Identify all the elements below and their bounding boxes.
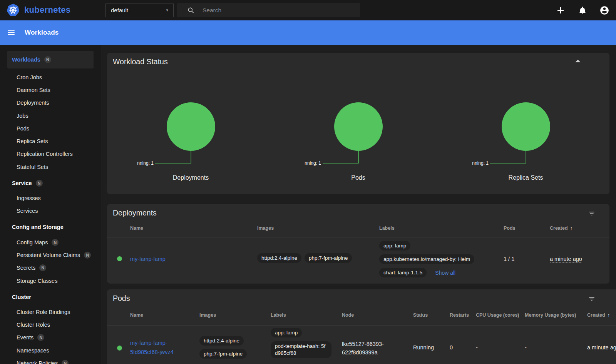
sidebar-item-services[interactable]: Services bbox=[0, 205, 101, 217]
account-button[interactable] bbox=[599, 5, 609, 15]
sidebar-item-replication-controllers[interactable]: Replication Controllers bbox=[0, 148, 101, 160]
running-annotation: Running: 1 bbox=[137, 160, 154, 166]
sidebar-item-network-policies[interactable]: Network Policies N bbox=[0, 357, 101, 364]
bell-icon bbox=[578, 6, 587, 15]
column-header-restarts: Restarts bbox=[447, 304, 473, 326]
status-ok-icon bbox=[117, 256, 122, 261]
notifications-button[interactable] bbox=[578, 5, 588, 15]
filter-button[interactable] bbox=[588, 210, 595, 219]
sidebar-item-secrets[interactable]: Secrets N bbox=[0, 262, 101, 274]
label-chip: app: lamp bbox=[379, 241, 410, 250]
sidebar-item-config-maps[interactable]: Config Maps N bbox=[0, 236, 101, 249]
sidebar-item-jobs[interactable]: Jobs bbox=[0, 109, 101, 122]
plus-icon bbox=[556, 6, 565, 15]
image-chip: httpd:2.4-alpine bbox=[199, 336, 244, 346]
sidebar-item-cluster-role-bindings[interactable]: Cluster Role Bindings bbox=[0, 306, 101, 318]
pod-name-link[interactable]: my-lamp-lamp-5fd985cf68-jwvz4 bbox=[130, 340, 174, 355]
search-input[interactable] bbox=[203, 7, 360, 14]
app-bar: Workloads bbox=[0, 20, 616, 45]
create-plus-button[interactable] bbox=[556, 5, 566, 15]
new-badge: N bbox=[39, 264, 46, 271]
pods-pie-chart: Running: 1 Pods bbox=[275, 102, 442, 181]
new-badge: N bbox=[36, 180, 43, 187]
kubernetes-logo-icon bbox=[6, 3, 20, 17]
status-ok-icon bbox=[117, 346, 122, 351]
running-annotation: Running: 1 bbox=[305, 160, 321, 166]
new-badge: N bbox=[37, 334, 44, 341]
new-badge: N bbox=[52, 239, 59, 246]
sidebar-item-cron-jobs[interactable]: Cron Jobs bbox=[0, 71, 101, 83]
graph-label: Pods bbox=[351, 174, 365, 181]
pie-svg: Running: 1 bbox=[305, 102, 412, 166]
pods-count: 1 / 1 bbox=[500, 237, 547, 281]
brand[interactable]: kubernetes bbox=[6, 3, 70, 17]
brand-name: kubernetes bbox=[24, 5, 70, 15]
column-header-name[interactable]: Name bbox=[127, 304, 196, 326]
deployments-pie-chart: Running: 1 Deployments bbox=[107, 102, 275, 181]
column-header-created[interactable]: Created ↑ bbox=[547, 219, 609, 237]
sidebar-nav: Workloads N Cron Jobs Daemon Sets Deploy… bbox=[0, 45, 101, 364]
filter-button[interactable] bbox=[588, 296, 595, 304]
pods-title: Pods bbox=[107, 289, 616, 303]
sidebar-item-replica-sets[interactable]: Replica Sets bbox=[0, 135, 101, 147]
sidebar-item-persistent-volume-claims[interactable]: Persistent Volume Claims N bbox=[0, 249, 101, 261]
search-icon bbox=[187, 7, 195, 14]
graph-label: Replica Sets bbox=[509, 174, 543, 181]
column-header-name[interactable]: Name bbox=[127, 219, 254, 237]
deployment-name-link[interactable]: my-lamp-lamp bbox=[130, 256, 166, 262]
chevron-down-icon: ▾ bbox=[166, 8, 168, 13]
pie-svg: Running: 1 bbox=[137, 102, 245, 166]
sidebar-item-daemon-sets[interactable]: Daemon Sets bbox=[0, 83, 101, 96]
main-content: Workload Status Running: 1 Deployments R… bbox=[101, 45, 616, 364]
account-circle-icon bbox=[599, 5, 609, 15]
pie-svg: Running: 1 bbox=[472, 102, 580, 166]
column-header-created[interactable]: Created ↑ bbox=[584, 304, 616, 326]
pod-restarts: 0 bbox=[447, 326, 473, 364]
sidebar-item-namespaces[interactable]: Namespaces bbox=[0, 344, 101, 357]
sidebar-header-cluster: Cluster bbox=[0, 291, 101, 303]
sidebar-header-config-and-storage: Config and Storage bbox=[0, 221, 101, 234]
running-annotation: Running: 1 bbox=[472, 160, 489, 166]
new-badge: N bbox=[44, 56, 51, 63]
column-header-memory: Memory Usage (bytes) bbox=[522, 304, 584, 326]
column-header-cpu: CPU Usage (cores) bbox=[473, 304, 522, 326]
collapse-card-button[interactable] bbox=[575, 60, 581, 64]
new-badge: N bbox=[62, 360, 69, 364]
top-header: kubernetes default ▾ bbox=[0, 0, 616, 20]
search-bar[interactable] bbox=[177, 3, 360, 17]
sidebar-item-storage-classes[interactable]: Storage Classes bbox=[0, 274, 101, 287]
column-header-labels: Labels bbox=[268, 304, 339, 326]
deployments-table-header: Name Images Labels Pods Created ↑ bbox=[107, 219, 609, 237]
column-header-images: Images bbox=[196, 304, 268, 326]
label-chip: app.kubernetes.io/managed-by: Helm bbox=[379, 254, 474, 264]
sidebar-item-service[interactable]: Service N bbox=[0, 177, 101, 189]
created-relative-time: a minute ago bbox=[550, 256, 582, 263]
pod-memory-usage: - bbox=[522, 326, 584, 364]
deployments-title: Deployments bbox=[107, 204, 609, 217]
show-all-link[interactable]: Show all bbox=[435, 270, 455, 276]
sort-ascending-icon: ↑ bbox=[570, 225, 573, 231]
menu-hamburger-button[interactable] bbox=[8, 30, 15, 35]
top-actions bbox=[556, 0, 609, 20]
pod-cpu-usage: - bbox=[473, 326, 522, 364]
sidebar-item-stateful-sets[interactable]: Stateful Sets bbox=[0, 160, 101, 173]
chevron-up-icon bbox=[575, 60, 581, 62]
workload-status-title: Workload Status bbox=[107, 53, 609, 66]
namespace-value: default bbox=[111, 7, 128, 13]
image-chip: php:7-fpm-alpine bbox=[305, 253, 352, 263]
table-row: my-lamp-lamp httpd:2.4-alpine php:7-fpm-… bbox=[107, 237, 609, 281]
replica-sets-pie-chart: Running: 1 Replica Sets bbox=[442, 102, 609, 181]
sidebar-item-pods[interactable]: Pods bbox=[0, 122, 101, 135]
sidebar-item-cluster-roles[interactable]: Cluster Roles bbox=[0, 318, 101, 331]
sidebar-item-deployments[interactable]: Deployments bbox=[0, 97, 101, 109]
pods-table-header: Name Images Labels Node Status Restarts … bbox=[107, 304, 616, 326]
node-name: lke55127-86393-622f8d09399a bbox=[339, 326, 410, 364]
namespace-selector[interactable]: default ▾ bbox=[105, 3, 174, 17]
column-header-images: Images bbox=[254, 219, 376, 237]
pods-card: Pods Name Images Labels Node Status Rest… bbox=[107, 289, 616, 364]
label-chip: chart: lamp-1.1.5 bbox=[379, 268, 427, 277]
pod-status: Running bbox=[410, 326, 447, 364]
sidebar-item-workloads[interactable]: Workloads N bbox=[7, 51, 94, 68]
sidebar-item-ingresses[interactable]: Ingresses bbox=[0, 192, 101, 204]
sidebar-item-events[interactable]: Events N bbox=[0, 331, 101, 344]
